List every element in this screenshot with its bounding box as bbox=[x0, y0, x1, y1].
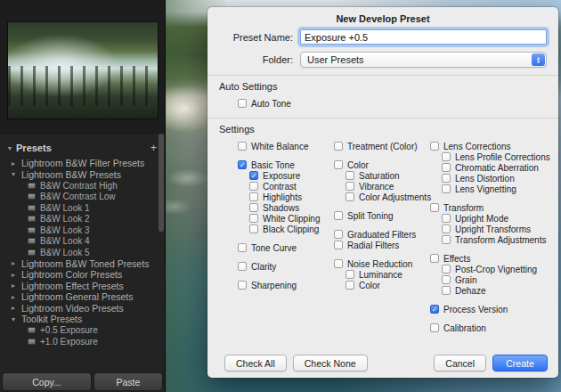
disclosure-triangle-icon[interactable]: ▾ bbox=[12, 315, 21, 323]
copy-button[interactable]: Copy... bbox=[2, 372, 92, 391]
disclosure-triangle-icon[interactable]: ▸ bbox=[12, 293, 21, 301]
checkbox-checked-icon[interactable]: ✓ bbox=[238, 160, 247, 169]
cancel-button[interactable]: Cancel bbox=[434, 355, 486, 372]
disclosure-triangle-icon[interactable]: ▾ bbox=[8, 144, 12, 152]
checkbox-color[interactable]: Color bbox=[334, 159, 430, 170]
checkbox-lens-vignetting[interactable]: Lens Vignetting bbox=[442, 184, 558, 194]
disclosure-triangle-icon[interactable]: ▸ bbox=[12, 259, 21, 267]
checkbox-transform-adjustments[interactable]: Transform Adjustments bbox=[442, 234, 558, 245]
checkbox-dehaze[interactable]: Dehaze bbox=[442, 285, 558, 296]
checkbox-unchecked-icon[interactable] bbox=[346, 192, 354, 201]
checkbox-unchecked-icon[interactable] bbox=[442, 265, 451, 274]
folder-select[interactable]: User Presets ▲▼ bbox=[300, 52, 547, 68]
checkbox-split-toning[interactable]: Split Toning bbox=[334, 210, 430, 221]
checkbox-saturation[interactable]: Saturation bbox=[346, 170, 430, 181]
preset-name-input[interactable] bbox=[300, 29, 547, 45]
checkbox-unchecked-icon[interactable] bbox=[334, 160, 343, 169]
presets-panel-header[interactable]: ▾ Presets + bbox=[0, 141, 165, 155]
checkbox-unchecked-icon[interactable] bbox=[249, 192, 258, 201]
preset-folder-row[interactable]: ▸Lightroom Effect Presets bbox=[0, 281, 159, 292]
preset-item-row[interactable]: B&W Contrast Low bbox=[0, 192, 159, 203]
checkbox-graduated-filters[interactable]: Graduated Filters bbox=[334, 229, 430, 240]
preset-item-row[interactable]: B&W Look 3 bbox=[0, 225, 159, 236]
checkbox-checked-icon[interactable]: ✓ bbox=[430, 305, 439, 314]
navigator-preview-image[interactable] bbox=[7, 21, 159, 119]
checkbox-unchecked-icon[interactable] bbox=[442, 275, 451, 284]
scrollbar-thumb[interactable] bbox=[159, 134, 164, 232]
checkbox-luminance[interactable]: Luminance bbox=[346, 269, 430, 280]
checkbox-vibrance[interactable]: Vibrance bbox=[346, 181, 430, 192]
disclosure-triangle-icon[interactable]: ▸ bbox=[12, 282, 21, 290]
checkbox-unchecked-icon[interactable] bbox=[430, 142, 439, 151]
checkbox-exposure[interactable]: ✓Exposure bbox=[249, 170, 334, 181]
preset-item-row[interactable]: B&W Look 4 bbox=[0, 236, 159, 248]
paste-button[interactable]: Paste bbox=[94, 372, 163, 391]
checkbox-unchecked-icon[interactable] bbox=[442, 184, 451, 193]
disclosure-triangle-icon[interactable]: ▸ bbox=[12, 304, 21, 312]
checkbox-lens-corrections[interactable]: Lens Corrections bbox=[430, 141, 558, 151]
disclosure-triangle-icon[interactable]: ▾ bbox=[12, 170, 21, 178]
check-all-button[interactable]: Check All bbox=[224, 355, 287, 372]
checkbox-unchecked-icon[interactable] bbox=[249, 203, 258, 212]
preset-item-row[interactable]: B&W Look 1 bbox=[0, 202, 159, 214]
checkbox-highlights[interactable]: Highlights bbox=[249, 192, 334, 202]
checkbox-effects[interactable]: Effects bbox=[430, 253, 558, 264]
create-new-preset-icon[interactable]: + bbox=[150, 142, 157, 154]
checkbox-radial-filters[interactable]: Radial Filters bbox=[334, 240, 430, 250]
preset-folder-row[interactable]: ▾Lightroom B&W Presets bbox=[0, 169, 159, 181]
checkbox-basic-tone[interactable]: ✓Basic Tone bbox=[238, 159, 334, 170]
checkbox-contrast[interactable]: Contrast bbox=[249, 181, 334, 192]
checkbox-upright-mode[interactable]: Upright Mode bbox=[442, 213, 558, 224]
checkbox-unchecked-icon[interactable] bbox=[238, 99, 247, 108]
preset-item-row[interactable]: +1.0 Exposure bbox=[0, 336, 159, 347]
checkbox-unchecked-icon[interactable] bbox=[334, 230, 343, 239]
checkbox-tone-curve[interactable]: Tone Curve bbox=[238, 242, 334, 253]
checkbox-auto-tone[interactable]: Auto Tone bbox=[238, 98, 558, 109]
checkbox-unchecked-icon[interactable] bbox=[238, 281, 247, 290]
checkbox-unchecked-icon[interactable] bbox=[334, 142, 343, 151]
preset-folder-row[interactable]: ▸Lightroom B&W Toned Presets bbox=[0, 258, 159, 270]
checkbox-color[interactable]: Color bbox=[346, 280, 430, 290]
checkbox-noise-reduction[interactable]: Noise Reduction bbox=[334, 258, 430, 269]
preset-folder-row[interactable]: ▾Toolkit Presets bbox=[0, 314, 159, 325]
checkbox-process-version[interactable]: ✓Process Version bbox=[430, 304, 558, 314]
checkbox-calibration[interactable]: Calibration bbox=[430, 323, 558, 333]
checkbox-clarity[interactable]: Clarity bbox=[238, 261, 334, 272]
checkbox-unchecked-icon[interactable] bbox=[346, 270, 354, 279]
checkbox-unchecked-icon[interactable] bbox=[334, 211, 343, 220]
checkbox-unchecked-icon[interactable] bbox=[346, 281, 354, 290]
checkbox-post-crop-vignetting[interactable]: Post-Crop Vignetting bbox=[442, 264, 558, 274]
checkbox-unchecked-icon[interactable] bbox=[442, 174, 451, 183]
checkbox-color-adjustments[interactable]: Color Adjustments bbox=[346, 192, 430, 202]
preset-item-row[interactable]: B&W Contrast High bbox=[0, 180, 159, 192]
preset-folder-row[interactable]: ▸Lightroom Color Presets bbox=[0, 269, 159, 281]
checkbox-upright-transforms[interactable]: Upright Transforms bbox=[442, 224, 558, 234]
checkbox-unchecked-icon[interactable] bbox=[346, 171, 354, 180]
checkbox-unchecked-icon[interactable] bbox=[238, 262, 247, 271]
checkbox-checked-icon[interactable]: ✓ bbox=[249, 171, 258, 180]
disclosure-triangle-icon[interactable]: ▸ bbox=[12, 271, 21, 279]
checkbox-unchecked-icon[interactable] bbox=[442, 286, 451, 295]
preset-folder-row[interactable]: ▸Lightroom Video Presets bbox=[0, 303, 159, 314]
checkbox-sharpening[interactable]: Sharpening bbox=[238, 280, 334, 290]
disclosure-triangle-icon[interactable]: ▸ bbox=[12, 159, 21, 167]
checkbox-chromatic-aberration[interactable]: Chromatic Aberration bbox=[442, 162, 558, 173]
panel-scrollbar[interactable] bbox=[159, 134, 164, 388]
checkbox-grain[interactable]: Grain bbox=[442, 274, 558, 285]
checkbox-unchecked-icon[interactable] bbox=[442, 225, 451, 233]
checkbox-unchecked-icon[interactable] bbox=[249, 182, 258, 191]
checkbox-lens-distortion[interactable]: Lens Distortion bbox=[442, 173, 558, 184]
checkbox-unchecked-icon[interactable] bbox=[346, 182, 354, 191]
checkbox-treatment-color-[interactable]: Treatment (Color) bbox=[334, 141, 430, 151]
preset-folder-row[interactable]: ▸Lightroom B&W Filter Presets bbox=[0, 158, 159, 169]
checkbox-transform[interactable]: Transform bbox=[430, 202, 558, 213]
preset-item-row[interactable]: B&W Look 2 bbox=[0, 214, 159, 225]
checkbox-black-clipping[interactable]: Black Clipping bbox=[249, 224, 334, 234]
checkbox-unchecked-icon[interactable] bbox=[238, 142, 247, 151]
checkbox-unchecked-icon[interactable] bbox=[334, 241, 343, 249]
create-button[interactable]: Create bbox=[492, 355, 548, 372]
checkbox-unchecked-icon[interactable] bbox=[430, 323, 439, 332]
checkbox-unchecked-icon[interactable] bbox=[430, 254, 439, 263]
preset-item-row[interactable]: +0.5 Exposure bbox=[0, 325, 159, 337]
checkbox-unchecked-icon[interactable] bbox=[442, 152, 451, 161]
